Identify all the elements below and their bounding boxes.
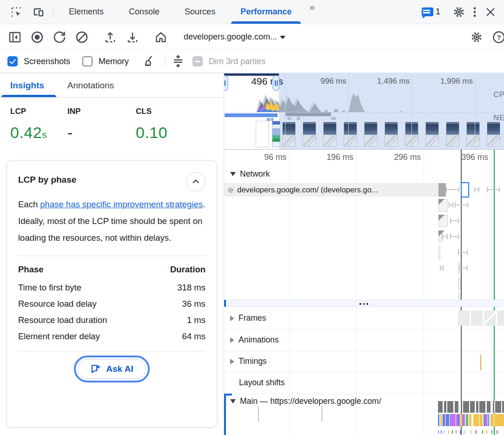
phase-duration: 36 ms [182,299,206,309]
window-right-handle[interactable] [272,75,279,91]
sidebar-tab-annotations[interactable]: Annotations [67,73,114,97]
capture-settings-gear-icon[interactable] [469,29,484,45]
frames-track-label: Frames [239,313,266,323]
filmstrip-frame[interactable] [466,122,480,146]
issues-counter[interactable]: 1 [422,7,440,17]
track-separator [224,330,504,330]
filmstrip-frame-fcp[interactable] [272,121,280,147]
network-request-block[interactable] [438,246,440,260]
frame-block[interactable] [497,310,504,326]
frame-block[interactable] [458,310,470,326]
layout-shifts-track-header[interactable]: Layout shifts [239,378,285,388]
tab-elements[interactable]: Elements [56,0,116,24]
record-icon[interactable] [29,29,45,45]
kebab-menu-icon[interactable] [467,4,483,20]
main-track-header[interactable]: Main — https://developers.google.com/ [230,396,381,406]
network-request-block[interactable] [438,215,448,227]
filmstrip-frame-blank[interactable] [256,121,269,147]
timeline-panel: CPU NET 496 ms996 ms1,496 ms1,996 ms2,49… [224,73,504,435]
tab-performance[interactable]: Performance [228,0,304,24]
settings-gear-icon[interactable] [451,4,467,20]
frame-block[interactable] [471,310,483,326]
performance-toolbar: developers.google.com... ? [0,24,504,50]
ask-ai-focus-ring: Ask AI [74,356,149,382]
close-icon[interactable] [483,4,498,20]
metric-value: - [67,124,73,141]
body-prefix: Each [18,199,40,209]
ask-ai-button[interactable]: Ask AI [78,359,146,379]
metric-inp: INP- [67,107,136,160]
filmstrip-frame[interactable] [446,122,459,146]
phase-strategies-link[interactable]: phase has specific improvement strategie… [40,199,203,209]
metric-label: INP [67,107,136,116]
help-icon[interactable]: ? [491,29,504,45]
filmstrip-frame[interactable] [282,122,296,146]
card-description: Each phase has specific improvement stra… [18,196,206,246]
frames-track-header[interactable]: Frames [230,313,266,323]
network-request-whisker [450,236,459,237]
tab-console[interactable]: Console [116,0,172,24]
dim-3rd-parties-label[interactable]: Dim 3rd parties [209,57,265,66]
track-separator [224,372,504,373]
timeline-tracks[interactable]: Network developers.google.com/ (develope… [224,150,504,435]
ruler-tick-label: 96 ms [235,152,286,162]
more-tabs-icon[interactable] [304,0,320,16]
filmstrip-frame[interactable] [487,122,500,146]
network-request-block[interactable] [438,231,442,243]
network-request-bar[interactable]: developers.google.com/ (developers.go... [224,183,438,197]
show-sidebar-icon[interactable] [7,29,23,45]
main-track-indicator [224,394,226,435]
filmstrip-frame[interactable] [425,122,439,146]
filmstrip-frame[interactable] [364,122,378,146]
home-icon[interactable] [153,29,169,45]
dim-3rd-parties-checkbox[interactable] [192,56,203,66]
phase-duration: 64 ms [182,331,206,342]
window-left-handle[interactable] [224,75,228,91]
network-track-header[interactable]: Network [230,169,270,179]
fcp-marker-line [494,150,495,435]
ask-ai-spark-icon [90,363,101,375]
layout-shifts-track-label: Layout shifts [239,378,285,388]
memory-label[interactable]: Memory [99,57,129,66]
screenshots-label[interactable]: Screenshots [24,57,70,66]
phase-table-row: Resource load duration1 ms [18,312,206,328]
clear-icon[interactable] [74,29,90,45]
main-flamechart-color-row[interactable] [438,414,504,426]
animations-track-header[interactable]: Animations [230,335,279,345]
network-request-block[interactable] [438,199,448,212]
filmstrip-frame[interactable] [303,122,316,146]
collapse-tracks-icon[interactable] [170,53,186,69]
main-flamechart-top-row[interactable] [438,401,504,413]
device-toolbar-icon[interactable] [31,4,46,20]
reload-record-icon[interactable] [52,29,67,45]
history-url-selector[interactable]: developers.google.com... [178,32,291,42]
main-flamechart-mini-row[interactable] [438,430,504,434]
filmstrip-frame[interactable] [323,122,337,146]
options-row: Screenshots Memory Dim 3rd parties [0,50,504,73]
ruler-tick-label: 396 ms [437,152,488,162]
selected-request-outline[interactable] [461,182,469,198]
memory-checkbox[interactable] [82,56,93,66]
phase-table-row: Time to first byte318 ms [18,279,206,296]
frame-block[interactable] [484,310,496,326]
network-request-whisker [442,236,448,237]
screenshots-checkbox[interactable] [7,56,18,66]
tab-sources[interactable]: Sources [172,0,228,24]
metrics-row: LCP0.42sINP-CLS0.10 [0,98,224,160]
request-gear-icon [227,187,234,193]
inspect-element-icon[interactable] [8,4,24,20]
filmstrip-frame[interactable] [385,122,398,146]
upload-profile-icon[interactable] [102,29,118,45]
collapse-card-button[interactable] [186,172,206,191]
sidebar-tab-insights[interactable]: Insights [10,73,44,97]
overview-tick-label: 1,496 ms [358,77,410,86]
garbage-collect-icon[interactable] [142,53,158,69]
devtools-tabbar: ElementsConsoleSourcesPerformance 1 [0,0,504,24]
filmstrip-frame[interactable] [344,122,357,146]
timings-track-header[interactable]: Timings [230,356,267,366]
download-profile-icon[interactable] [125,29,140,45]
network-resize-handle[interactable] [224,300,504,307]
overview-tick-label: 2,496 ms [485,77,504,86]
timeline-overview[interactable]: CPU NET 496 ms996 ms1,496 ms1,996 ms2,49… [224,73,504,150]
network-request-block[interactable] [458,278,461,290]
